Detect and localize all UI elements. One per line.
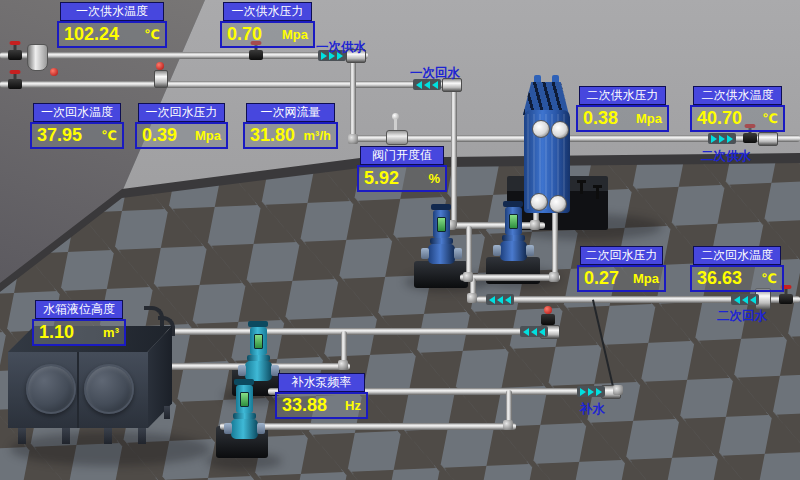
- shutoff-valve[interactable]: [8, 79, 22, 89]
- gauge-title: 二次回水温度: [693, 246, 781, 265]
- tank-leg: [164, 406, 170, 419]
- makeup-pump-1[interactable]: [244, 321, 272, 381]
- gauge-title: 二次供水温度: [693, 86, 782, 105]
- pipe-support: [580, 183, 583, 194]
- gauge-value: 102.24: [64, 24, 119, 45]
- pipe-label-makeup-water: 补水: [580, 401, 605, 418]
- gauge-dot: [50, 68, 58, 76]
- gauge-value-box: 33.88Hz: [275, 392, 368, 419]
- gauge-value-box: 40.70℃: [690, 105, 785, 132]
- gauge-value: 37.95: [37, 125, 82, 146]
- circulation-pump-1[interactable]: [427, 204, 455, 264]
- gauge-value: 0.70: [227, 24, 262, 45]
- pipe-fitting: [154, 70, 168, 88]
- exchanger-port: [551, 121, 569, 139]
- gauge-unit: Mpa: [632, 111, 662, 126]
- gauge-value-box: 5.92%: [357, 165, 447, 192]
- exchanger-port: [549, 195, 567, 213]
- tank-leg: [62, 428, 70, 444]
- gauge-value: 33.88: [282, 395, 327, 416]
- gauge-title: 一次网流量: [246, 103, 335, 122]
- shutoff-valve[interactable]: [8, 50, 22, 60]
- gauge-value: 36.63: [697, 268, 742, 289]
- pump-indicator: [254, 334, 263, 349]
- gauge-secondary-supply-temp: 二次供水温度 40.70℃: [690, 86, 785, 132]
- makeup-pump-2[interactable]: [230, 379, 258, 439]
- pipe-primary-return: [0, 81, 462, 88]
- gauge-unit: ℃: [757, 271, 777, 286]
- strainer-filter[interactable]: [27, 44, 48, 71]
- tank-leg: [138, 428, 146, 444]
- gauge-unit: ℃: [140, 27, 160, 42]
- tank-leg: [18, 428, 26, 444]
- tank-manhole: [84, 364, 134, 414]
- control-valve[interactable]: [386, 130, 408, 145]
- pipe-elbow: [503, 420, 513, 430]
- gauge-value: 31.80: [250, 125, 295, 146]
- flow-arrows-right: [577, 386, 605, 397]
- gauge-title: 一次回水压力: [138, 103, 225, 122]
- pump-volute: [231, 419, 258, 439]
- pipe-label-secondary-supply: 二次供水: [701, 148, 751, 165]
- pipe-elbow: [613, 385, 623, 395]
- gauge-value-box: 0.27Mpa: [577, 265, 666, 292]
- gauge-primary-return-temp: 一次回水温度 37.95℃: [30, 103, 124, 149]
- pump-volute: [500, 241, 527, 261]
- pipe-primary-drop: [350, 56, 356, 140]
- pipe-support: [596, 188, 599, 199]
- drain-valve-handle: [544, 306, 552, 314]
- gauge-unit: m³: [99, 325, 119, 340]
- pump-indicator: [240, 392, 249, 407]
- gauge-unit: ℃: [97, 128, 117, 143]
- gauge-secondary-return-temp: 二次回水温度 36.63℃: [690, 246, 784, 292]
- pipe-label-primary-return: 一次回水: [410, 65, 460, 82]
- circulation-pump-2[interactable]: [499, 201, 527, 261]
- gauge-unit: ℃: [758, 111, 778, 126]
- hmi-screen: 一次供水 一次回水 二次供水 二次回水 补水 一次供水温度 102.24℃ 一次…: [0, 0, 800, 480]
- flow-arrows-right: [708, 133, 736, 144]
- gauge-title: 水箱液位高度: [35, 300, 123, 319]
- gauge-title: 一次供水压力: [223, 2, 312, 21]
- gauge-title: 补水泵频率: [278, 373, 365, 392]
- pipe-elbow: [467, 293, 477, 303]
- gauge-value: 1.10: [39, 322, 74, 343]
- gauge-value: 0.27: [584, 268, 619, 289]
- pipe-label-primary-supply: 一次供水: [316, 39, 366, 56]
- secondary-supply-valve[interactable]: [743, 133, 757, 143]
- flow-arrows-left: [520, 326, 548, 337]
- pump-indicator: [509, 214, 518, 229]
- gauge-value-box: 0.39Mpa: [135, 122, 228, 149]
- gauge-secondary-supply-pressure: 二次供水压力 0.38Mpa: [576, 86, 669, 132]
- exchanger-port: [530, 193, 548, 211]
- gauge-value-box: 1.10m³: [32, 319, 126, 346]
- shutoff-valve[interactable]: [249, 50, 263, 60]
- pipe-tank-return: [148, 328, 558, 335]
- gauge-unit: %: [424, 171, 440, 186]
- gauge-value: 0.38: [583, 108, 618, 129]
- pump-volute: [428, 244, 455, 264]
- gauge-primary-flow: 一次网流量 31.80m³/h: [243, 103, 338, 149]
- pump-motor: [250, 327, 267, 355]
- gauge-makeup-pump-freq: 补水泵频率 33.88Hz: [275, 373, 368, 419]
- pipe-coupling: [758, 132, 778, 146]
- drain-valve[interactable]: [541, 314, 555, 325]
- pipe-primary-to-exchanger: [352, 135, 534, 142]
- gauge-value-box: 0.38Mpa: [576, 105, 669, 132]
- flow-arrows-left: [731, 294, 759, 305]
- pump-motor: [433, 210, 450, 238]
- pipe-primary-supply: [0, 52, 368, 59]
- gauge-value-box: 37.95℃: [30, 122, 124, 149]
- secondary-return-valve[interactable]: [779, 294, 793, 304]
- tank-manhole: [26, 364, 76, 414]
- gauge-primary-supply-pressure: 一次供水压力 0.70Mpa: [220, 2, 315, 48]
- pump-motor: [505, 207, 522, 235]
- gauge-primary-supply-temp: 一次供水温度 102.24℃: [57, 2, 167, 48]
- flow-arrows-left: [486, 294, 514, 305]
- gauge-title: 一次供水温度: [60, 2, 164, 21]
- pipe-segment: [466, 226, 472, 278]
- gauge-unit: Mpa: [191, 128, 221, 143]
- gauge-value-box: 36.63℃: [690, 265, 784, 292]
- gauge-value-box: 0.70Mpa: [220, 21, 315, 48]
- gauge-valve-opening: 阀门开度值 5.92%: [357, 146, 447, 192]
- tank-leg: [104, 428, 112, 444]
